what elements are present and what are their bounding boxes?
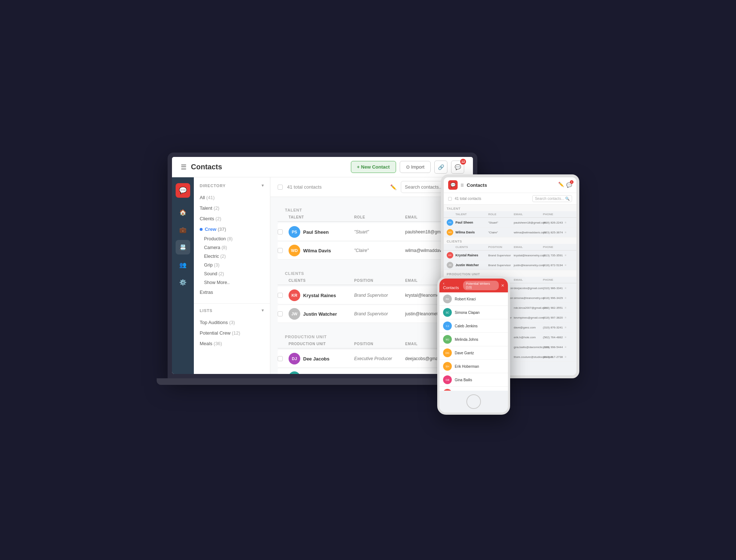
avatar: CJ [443, 322, 452, 330]
table-row[interactable]: WD Wilma Davis "Claire" wilma@wilmaddavi… [278, 242, 466, 260]
import-button[interactable]: ⊙ Import [400, 161, 431, 173]
avatar: JW [289, 308, 300, 320]
dir-item-extras[interactable]: Extras [194, 287, 270, 297]
talent-section-label: Talent [278, 203, 466, 213]
notifications-button[interactable]: 💬 12 [451, 161, 464, 174]
tablet-search[interactable]: Search contacts... 🔍 [532, 195, 572, 202]
laptop: ☰ Contacts + New Contact ⊙ Import 🔗 💬 12… [168, 153, 477, 378]
contact-name: Simona Clapan [455, 311, 479, 315]
table-row[interactable]: PS Paul Sheen "Stuart" paulsheen18@gmail… [278, 223, 466, 241]
tablet-row[interactable]: KR Krystal Raines Brand Supervisor kryst… [444, 251, 576, 260]
sidebar-item-settings[interactable]: ⚙️ [176, 275, 190, 289]
list-item[interactable]: CJ Caleb Jenkins [439, 319, 508, 333]
tablet-talent-columns: TALENTROLEEMAILPHONE [444, 211, 576, 218]
row-checkbox[interactable] [278, 229, 283, 234]
sidebar-item-contacts[interactable]: 📇 [176, 240, 190, 255]
new-contact-button[interactable]: + New Contact [351, 161, 396, 173]
laptop-screen: ☰ Contacts + New Contact ⊙ Import 🔗 💬 12… [172, 157, 473, 374]
list-item[interactable]: SC Simona Clapan [439, 306, 508, 319]
dir-item-talent[interactable]: Talent (2) [194, 203, 270, 213]
row-checkbox[interactable] [278, 248, 283, 253]
dir-sub-electric[interactable]: Electric (2) [194, 252, 270, 261]
list-meals[interactable]: Meals (36) [194, 338, 270, 349]
tablet-select-all[interactable] [448, 197, 452, 201]
tablet-clients-columns: CLIENTSPOSITIONEMAILPHONE [444, 244, 576, 251]
list-item[interactable]: DG Dave Gantz [439, 346, 508, 360]
avatar: SC [289, 371, 300, 374]
sidebar-logo: 💬 [176, 183, 190, 198]
tablet-row[interactable]: PS Paul Sheen "Stuart" paulsheen18@gmail… [444, 218, 576, 228]
tablet-edit-icon[interactable]: ✏️ [558, 182, 564, 188]
lists-header: Lists ▾ [194, 308, 270, 317]
tablet-total: 41 total contacts [455, 197, 529, 201]
avatar: WD [447, 229, 453, 236]
contact-role: "Stuart" [354, 229, 405, 234]
contact-name: Caleb Jenkins [455, 324, 478, 328]
contact-role: Executive Producer [354, 356, 405, 361]
avatar: KR [289, 289, 300, 301]
row-checkbox[interactable] [278, 293, 283, 298]
phone-topbar: ‹ Contacts Potential Writers (13) ✕ [439, 279, 508, 292]
contact-name: Erik Hoberman [455, 364, 479, 368]
dir-item-clients[interactable]: Clients (2) [194, 213, 270, 224]
phone-home-area [439, 391, 508, 413]
dir-sub-production[interactable]: Production (8) [194, 234, 270, 243]
list-item[interactable]: EH Erik Hoberman [439, 360, 508, 373]
hamburger-icon[interactable]: ☰ [181, 163, 187, 171]
list-item[interactable]: MJ Melinda Johns [439, 333, 508, 346]
list-item[interactable]: RK Robert Kiraci [439, 292, 508, 306]
avatar: KR [447, 252, 453, 259]
contact-name: Melinda Johns [455, 338, 478, 342]
list-item[interactable]: GB Gina Bailis [439, 373, 508, 387]
phone-home-button[interactable] [466, 394, 481, 409]
avatar: PS [447, 219, 453, 226]
dir-item-all[interactable]: All (41) [194, 192, 270, 203]
notification-badge: 12 [460, 159, 466, 165]
directory-header: Directory ▾ [194, 183, 270, 192]
avatar: SC [443, 308, 452, 317]
tablet-toolbar: 41 total contacts Search contacts... 🔍 [444, 193, 576, 205]
list-potential-crew[interactable]: Potential Crew (12) [194, 328, 270, 338]
tablet-row[interactable]: WD Wilma Davis "Claire" wilma@wilmaddavi… [444, 228, 576, 237]
tablet-topbar: 💬 ☰ Contacts ✏️ 💬 9 [444, 177, 576, 193]
phone-tab-label[interactable]: Potential Writers (13) [463, 281, 499, 290]
avatar: PS [289, 226, 300, 238]
sidebar-item-work[interactable]: 💼 [176, 222, 190, 237]
tablet-clients-label: CLIENTS [444, 237, 576, 244]
tablet-production-label: PRODUCTION UNIT [444, 270, 576, 277]
sidebar-item-home[interactable]: 🏠 [176, 205, 190, 220]
chevron-down-icon: ▾ [262, 183, 264, 188]
dir-sub-grip[interactable]: Grip (3) [194, 261, 270, 269]
link-button[interactable]: 🔗 [434, 161, 447, 174]
select-all-checkbox[interactable] [278, 185, 283, 190]
contact-role: Brand Supervisor [354, 311, 405, 316]
page-title: Contacts [191, 163, 351, 171]
phone: ‹ Contacts Potential Writers (13) ✕ RK R… [437, 276, 510, 415]
dir-sub-sound[interactable]: Sound (2) [194, 269, 270, 278]
avatar: JW [447, 262, 453, 268]
directory-panel: Directory ▾ All (41) Talent (2) Clients … [194, 177, 270, 374]
list-top-auditions[interactable]: Top Auditions (3) [194, 317, 270, 328]
list-item[interactable]: TC Thom Couture [439, 387, 508, 391]
avatar: MJ [443, 335, 452, 344]
dir-sub-camera[interactable]: Camera (8) [194, 243, 270, 252]
avatar: DJ [289, 353, 300, 364]
phone-screen: ‹ Contacts Potential Writers (13) ✕ RK R… [439, 279, 508, 413]
tablet-talent-label: TALENT [444, 205, 576, 211]
phone-back-button[interactable]: ‹ Contacts [443, 281, 461, 290]
tablet-row[interactable]: JW Justin Watcher Brand Supervisor justi… [444, 260, 576, 270]
avatar: GB [443, 375, 452, 384]
edit-icon[interactable]: ✏️ [390, 184, 396, 190]
phone-close-button[interactable]: ✕ [501, 283, 504, 288]
contact-name: WD Wilma Davis [289, 245, 354, 256]
sidebar-item-groups[interactable]: 👥 [176, 257, 190, 272]
avatar: EH [443, 362, 452, 371]
tablet-title: Contacts [467, 182, 555, 188]
row-checkbox[interactable] [278, 356, 283, 361]
chevron-down-icon: ▾ [262, 308, 264, 313]
dir-sub-show-more[interactable]: Show More.. [194, 278, 270, 287]
dir-item-crew[interactable]: Crew (37) [194, 224, 270, 234]
avatar: DG [443, 348, 452, 357]
total-contacts: 41 total contacts [287, 184, 386, 190]
row-checkbox[interactable] [278, 311, 283, 316]
